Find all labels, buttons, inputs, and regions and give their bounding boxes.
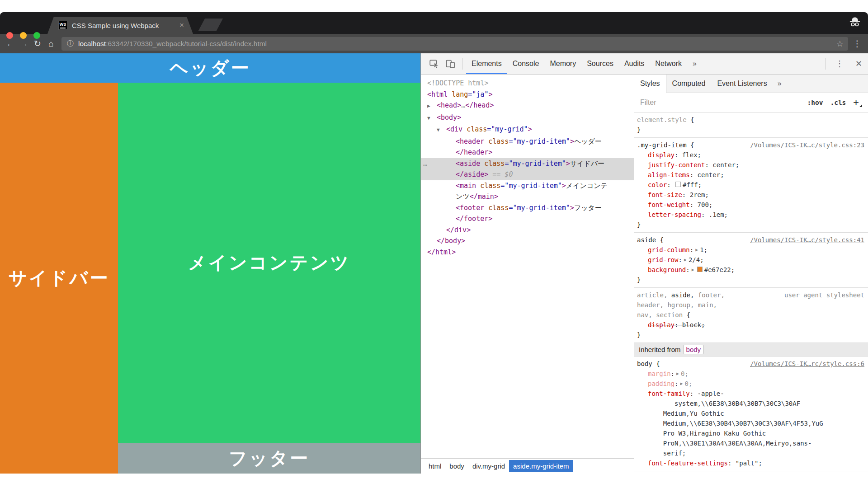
devtools-menu-icon[interactable]: ⋮: [830, 53, 849, 74]
element-breadcrumbs: htmlbodydiv.my-gridaside.my-grid-item: [421, 458, 634, 474]
toggle-hover-state-button[interactable]: :hov: [807, 99, 823, 106]
home-icon[interactable]: ⌂: [44, 39, 58, 49]
dom-tree-line[interactable]: <html lang="ja">: [421, 89, 634, 100]
filter-input[interactable]: Filter: [640, 99, 656, 107]
css-row[interactable]: Pro W3,Hiragino Kaku Gothic: [634, 428, 868, 438]
new-style-rule-button[interactable]: +: [853, 97, 862, 108]
css-row[interactable]: color: #fff;: [634, 180, 868, 190]
browser-menu-icon[interactable]: ⋮: [851, 38, 863, 49]
dom-tree-line[interactable]: <main class="my-grid-item">メインコンテ: [421, 180, 634, 192]
stylesheet-source-link[interactable]: /Volumes/ICS-IK…c/style.css:41: [750, 235, 868, 245]
expand-icon[interactable]: ▶: [427, 101, 437, 112]
dom-tree-line[interactable]: ▶<head>…</head>: [421, 100, 634, 112]
css-row[interactable]: }: [634, 125, 868, 135]
dom-tree-line[interactable]: </html>: [421, 247, 634, 258]
css-row[interactable]: Medium,Yu Gothic: [634, 408, 868, 418]
css-row[interactable]: display: block;: [634, 320, 868, 330]
dom-tree-line[interactable]: ▼<div class="my-grid">: [421, 124, 634, 136]
element-classes-button[interactable]: .cls: [830, 99, 846, 106]
dom-tree-line[interactable]: </header>: [421, 147, 634, 158]
dom-tree-line[interactable]: ンツ</main>: [421, 191, 634, 202]
css-row[interactable]: .my-grid-item {/Volumes/ICS-IK…c/style.c…: [634, 140, 868, 150]
elements-panel: <!DOCTYPE html><html lang="ja">▶<head>…<…: [421, 75, 634, 474]
devtools-tab-console[interactable]: Console: [507, 53, 545, 74]
css-row[interactable]: system,\\6E38\30B4\30B7\30C3\30AF: [634, 399, 868, 408]
devtools-close-icon[interactable]: ✕: [849, 53, 868, 74]
window-zoom-button[interactable]: [33, 32, 40, 39]
css-row[interactable]: padding:▶0;: [634, 379, 868, 389]
bookmark-star-icon[interactable]: ☆: [836, 39, 844, 49]
css-row[interactable]: letter-spacing: .1em;: [634, 210, 868, 220]
url-path: :63342/170330_webpack/tutorial-css/dist/…: [106, 40, 267, 47]
dom-tree-line[interactable]: </body>: [421, 235, 634, 247]
inherited-node-link[interactable]: body: [683, 345, 704, 354]
css-row[interactable]: }: [634, 330, 868, 340]
css-row[interactable]: font-size: 2rem;: [634, 190, 868, 200]
css-row[interactable]: font-family: -apple-: [634, 389, 868, 399]
browser-toolbar: ← → ↻ ⌂ ⓘ localhost:63342/170330_webpack…: [0, 34, 868, 53]
css-row[interactable]: align-items: center;: [634, 170, 868, 180]
browser-tab-strip: WS CSS Sample using Webpack ×: [0, 12, 868, 34]
reload-icon[interactable]: ↻: [31, 38, 44, 49]
node-overflow-icon[interactable]: …: [423, 158, 427, 169]
css-row[interactable]: serif;: [634, 448, 868, 458]
breadcrumb-item[interactable]: html: [425, 460, 445, 472]
css-row[interactable]: grid-column:▶1;: [634, 245, 868, 255]
css-row[interactable]: }: [634, 220, 868, 230]
css-row[interactable]: element.style {: [634, 115, 868, 125]
css-row[interactable]: body {/Volumes/ICS-IK…rc/style.css:6: [634, 359, 868, 369]
address-bar[interactable]: ⓘ localhost:63342/170330_webpack/tutoria…: [61, 37, 848, 51]
breadcrumb-item[interactable]: div.my-grid: [468, 460, 509, 472]
forward-icon[interactable]: →: [17, 39, 31, 49]
dom-tree-line[interactable]: …<aside class="my-grid-item">サイドバー: [421, 158, 634, 169]
devtools-tab-memory[interactable]: Memory: [544, 53, 581, 74]
css-row[interactable]: font-feature-settings: "palt";: [634, 458, 868, 468]
dom-tree-line[interactable]: <!DOCTYPE html>: [421, 78, 634, 89]
css-row[interactable]: background:▶#e67e22;: [634, 265, 868, 275]
sidebar-more-tabs-icon[interactable]: »: [773, 75, 786, 93]
window-close-button[interactable]: [6, 32, 13, 39]
style-rule: element.style {}: [634, 113, 868, 138]
breadcrumb-item[interactable]: body: [445, 460, 468, 472]
browser-tab[interactable]: WS CSS Sample using Webpack ×: [47, 17, 193, 34]
dom-tree-line[interactable]: ▼<body>: [421, 112, 634, 124]
stylesheet-source-link[interactable]: /Volumes/ICS-IK…rc/style.css:6: [750, 359, 868, 369]
css-row[interactable]: font-weight: 700;: [634, 200, 868, 210]
collapse-icon[interactable]: ▼: [437, 125, 446, 136]
collapse-icon[interactable]: ▼: [427, 113, 437, 124]
dom-tree-line[interactable]: <header class="my-grid-item">ヘッダー: [421, 136, 634, 147]
css-row[interactable]: ProN,\\30E1\30A4\30EA\30AA,Meiryo,sans-: [634, 438, 868, 448]
css-row[interactable]: grid-row:▶2/4;: [634, 255, 868, 265]
inspect-element-icon[interactable]: [426, 53, 443, 74]
css-row[interactable]: display: flex;: [634, 150, 868, 160]
css-row[interactable]: margin:▶0;: [634, 369, 868, 379]
css-row[interactable]: }: [634, 275, 868, 285]
css-row[interactable]: article, aside, footer,user agent styles…: [634, 290, 868, 300]
sidebar-tab-styles[interactable]: Styles: [634, 75, 666, 93]
css-row[interactable]: header, hgroup, main,: [634, 300, 868, 310]
devtools-tab-sources[interactable]: Sources: [581, 53, 619, 74]
devtools-tab-elements[interactable]: Elements: [466, 53, 507, 74]
tab-close-icon[interactable]: ×: [179, 21, 184, 30]
sidebar-tab-event-listeners[interactable]: Event Listeners: [711, 75, 773, 93]
dom-tree-line[interactable]: <footer class="my-grid-item">フッター: [421, 202, 634, 214]
devtools-tab-audits[interactable]: Audits: [619, 53, 650, 74]
dom-tree-line[interactable]: </aside> == $0: [421, 169, 634, 180]
window-minimize-button[interactable]: [20, 32, 27, 39]
css-row[interactable]: justify-content: center;: [634, 160, 868, 170]
new-tab-button[interactable]: [198, 19, 223, 31]
css-row[interactable]: Medium,\\6E38\30B4\30B7\30C3\30AF\4F53,Y…: [634, 418, 868, 428]
dom-tree-line[interactable]: </footer>: [421, 213, 634, 225]
color-swatch: [675, 182, 681, 187]
devtools-tab-network[interactable]: Network: [650, 53, 687, 74]
page-info-icon[interactable]: ⓘ: [67, 39, 74, 48]
css-row[interactable]: nav, section {: [634, 310, 868, 320]
back-icon[interactable]: ←: [4, 39, 17, 49]
devtools-more-tabs-icon[interactable]: »: [687, 53, 702, 74]
sidebar-tab-computed[interactable]: Computed: [666, 75, 712, 93]
stylesheet-source-link[interactable]: /Volumes/ICS-IK…c/style.css:23: [750, 140, 868, 150]
breadcrumb-item[interactable]: aside.my-grid-item: [509, 460, 573, 472]
css-row[interactable]: aside {/Volumes/ICS-IK…c/style.css:41: [634, 235, 868, 245]
device-toolbar-icon[interactable]: [443, 53, 458, 74]
dom-tree-line[interactable]: </div>: [421, 225, 634, 236]
